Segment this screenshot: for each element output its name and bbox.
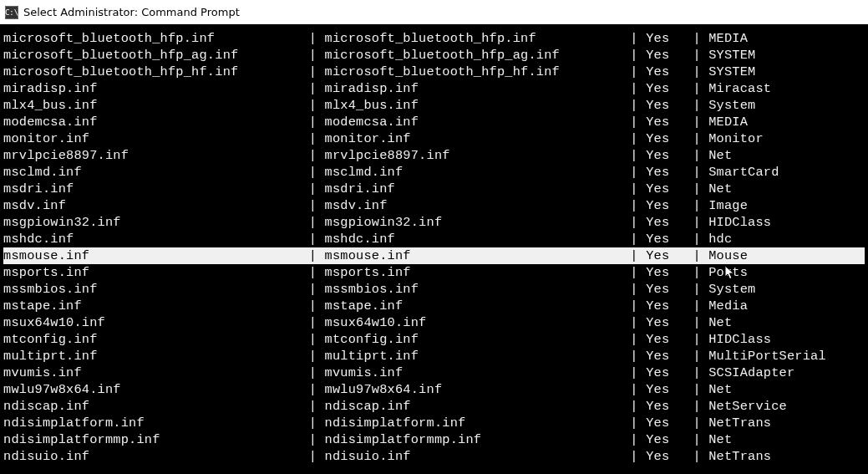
output-row[interactable]: mlx4_bus.inf | mlx4_bus.inf | Yes | Syst… xyxy=(3,97,865,114)
output-row[interactable]: ndisimplatformmp.inf | ndisimplatformmp.… xyxy=(3,431,865,448)
cmd-icon: C:\ xyxy=(5,6,18,19)
output-row[interactable]: mstape.inf | mstape.inf | Yes | Media xyxy=(3,298,865,314)
output-row[interactable]: msux64w10.inf | msux64w10.inf | Yes | Ne… xyxy=(3,314,865,331)
output-row[interactable]: monitor.inf | monitor.inf | Yes | Monito… xyxy=(3,130,865,147)
output-row[interactable]: mrvlpcie8897.inf | mrvlpcie8897.inf | Ye… xyxy=(3,147,865,164)
terminal-output[interactable]: microsoft_bluetooth_hfp.inf | microsoft_… xyxy=(0,25,868,474)
output-row[interactable]: mwlu97w8x64.inf | mwlu97w8x64.inf | Yes … xyxy=(3,381,865,398)
output-row[interactable]: msclmd.inf | msclmd.inf | Yes | SmartCar… xyxy=(3,164,865,181)
output-row[interactable]: mssmbios.inf | mssmbios.inf | Yes | Syst… xyxy=(3,281,865,298)
window-titlebar[interactable]: C:\ Select Administrator: Command Prompt xyxy=(0,0,868,25)
output-row[interactable]: ndiscap.inf | ndiscap.inf | Yes | NetSer… xyxy=(3,398,865,415)
output-row[interactable]: msmouse.inf | msmouse.inf | Yes | Mouse xyxy=(3,247,865,264)
output-row[interactable]: miradisp.inf | miradisp.inf | Yes | Mira… xyxy=(3,80,865,97)
output-row[interactable]: microsoft_bluetooth_hfp.inf | microsoft_… xyxy=(3,30,865,47)
output-row[interactable]: msgpiowin32.inf | msgpiowin32.inf | Yes … xyxy=(3,214,865,231)
output-row[interactable]: microsoft_bluetooth_hfp_hf.inf | microso… xyxy=(3,64,865,80)
output-row[interactable]: multiprt.inf | multiprt.inf | Yes | Mult… xyxy=(3,348,865,364)
output-row[interactable]: mvumis.inf | mvumis.inf | Yes | SCSIAdap… xyxy=(3,364,865,381)
output-row[interactable]: msports.inf | msports.inf | Yes | Ports xyxy=(3,264,865,281)
output-row[interactable]: ndisuio.inf | ndisuio.inf | Yes | NetTra… xyxy=(3,448,865,465)
output-row[interactable]: msdri.inf | msdri.inf | Yes | Net xyxy=(3,181,865,197)
window-title: Select Administrator: Command Prompt xyxy=(23,6,240,18)
output-row[interactable]: ndisimplatform.inf | ndisimplatform.inf … xyxy=(3,415,865,431)
output-row[interactable]: msdv.inf | msdv.inf | Yes | Image xyxy=(3,197,865,214)
output-row[interactable]: mtconfig.inf | mtconfig.inf | Yes | HIDC… xyxy=(3,331,865,348)
output-row[interactable]: modemcsa.inf | modemcsa.inf | Yes | MEDI… xyxy=(3,114,865,130)
output-row[interactable]: microsoft_bluetooth_hfp_ag.inf | microso… xyxy=(3,47,865,64)
output-row[interactable]: mshdc.inf | mshdc.inf | Yes | hdc xyxy=(3,231,865,247)
